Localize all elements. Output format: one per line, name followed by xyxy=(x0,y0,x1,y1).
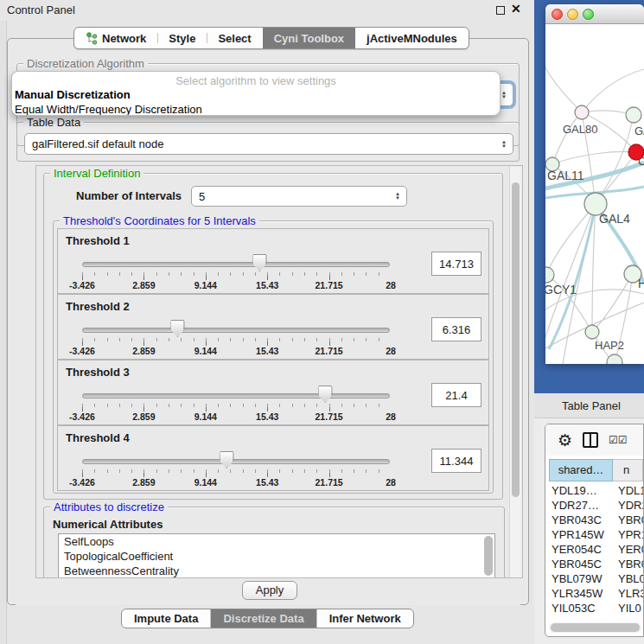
thresholds-group-title: Threshold's Coordinates for 5 Intervals xyxy=(60,214,259,227)
apply-button[interactable]: Apply xyxy=(242,581,297,600)
table-row[interactable]: YPR145WYPR1 xyxy=(549,527,643,542)
table-row[interactable]: YDR27…YDR2 xyxy=(549,498,643,513)
tab-label: Network xyxy=(102,32,146,45)
stepper-arrows-icon: ▲▼ xyxy=(501,91,507,99)
cell[interactable]: YBR0 xyxy=(613,557,643,571)
table-scrollbar-thumb[interactable] xyxy=(551,623,640,632)
cell[interactable]: YDR27… xyxy=(549,498,613,513)
cell[interactable]: YBL0 xyxy=(613,571,643,586)
dropdown-option-manual[interactable]: Manual Discretization xyxy=(12,87,500,102)
table-row[interactable]: YBR045CYBR0 xyxy=(549,557,643,571)
list-item[interactable]: TopologicalCoefficient xyxy=(59,549,494,564)
cell[interactable]: YER0 xyxy=(613,542,643,557)
network-window-titlebar[interactable] xyxy=(545,4,644,24)
table-row[interactable]: YDL19…YDL1 xyxy=(549,483,643,498)
column-header-name[interactable]: n xyxy=(613,459,643,481)
scale-tick-label: 28 xyxy=(386,346,396,356)
numerical-attributes-list[interactable]: SelfLoops TopologicalCoefficient Between… xyxy=(58,533,495,578)
threshold-4-slider[interactable] xyxy=(82,457,390,466)
cell[interactable]: YER054C xyxy=(549,542,613,557)
column-header-shared-name[interactable]: shared… xyxy=(549,459,613,481)
gear-icon[interactable]: ⚙ xyxy=(558,432,572,449)
tab-label: Discretize Data xyxy=(223,612,303,625)
scale-tick-label: 15.43 xyxy=(256,477,278,488)
settings-scrollbar-thumb[interactable] xyxy=(512,182,520,497)
table-data-value: galFiltered.sif default node xyxy=(32,137,163,150)
node-label-gal11: GAL11 xyxy=(547,169,584,182)
cell[interactable]: YBL079W xyxy=(549,571,613,586)
table-row[interactable]: YER054CYER0 xyxy=(549,542,643,557)
threshold-1-slider[interactable] xyxy=(82,260,390,269)
slider-scale: -3.426 2.859 9.144 15.43 21.715 28 xyxy=(82,477,391,488)
scale-tick-label: 2.859 xyxy=(132,280,155,290)
table-row[interactable]: YBL079WYBL0 xyxy=(549,571,643,586)
threshold-panel-3: Threshold 3 -3.426 2.859 9.144 15.43 21.… xyxy=(57,360,489,425)
threshold-3-slider[interactable] xyxy=(82,392,390,400)
cell[interactable]: YLR345W xyxy=(549,586,613,601)
dropdown-option-equal-width[interactable]: Equal Width/Frequency Discretization xyxy=(12,102,500,116)
threshold-2-label: Threshold 2 xyxy=(66,300,130,313)
number-of-intervals-combobox[interactable]: 5 ▲▼ xyxy=(191,186,407,207)
table-horizontal-scrollbar[interactable] xyxy=(549,622,641,633)
cell[interactable]: YDL1 xyxy=(613,483,643,498)
list-item[interactable]: SelfLoops xyxy=(59,534,494,549)
close-traffic-light-icon[interactable] xyxy=(552,9,563,20)
cell[interactable]: YBR043C xyxy=(549,513,613,527)
slider-thumb[interactable] xyxy=(170,320,185,337)
table-data-combobox[interactable]: galFiltered.sif default node ▲▼ xyxy=(24,133,513,155)
panel-title: Control Panel xyxy=(7,3,75,16)
node-gal80[interactable] xyxy=(575,105,589,119)
cell[interactable]: YIL0 xyxy=(613,601,643,615)
network-canvas[interactable]: GAL80 GA C GAL11 GAL4 GCY1 H HAP2 xyxy=(545,24,644,364)
split-columns-icon[interactable] xyxy=(583,432,598,448)
scale-tick-label: 21.715 xyxy=(316,477,343,488)
list-item[interactable]: BetweennessCentrality xyxy=(59,564,494,578)
cell[interactable]: YLR3 xyxy=(613,586,643,601)
table-row[interactable]: YLR345WYLR3 xyxy=(549,586,643,601)
threshold-2-slider[interactable] xyxy=(82,326,390,335)
cell[interactable]: YBR0 xyxy=(613,513,643,527)
cell[interactable]: YDL19… xyxy=(549,483,613,498)
table-row[interactable]: YIL053CYIL0 xyxy=(549,601,643,615)
threshold-1-value[interactable]: 14.713 xyxy=(431,252,481,276)
tab-discretize-data[interactable]: Discretize Data xyxy=(210,609,316,628)
list-scrollbar[interactable] xyxy=(484,536,493,577)
tab-select[interactable]: Select xyxy=(207,28,262,48)
threshold-2-value[interactable]: 6.316 xyxy=(431,317,481,341)
cell[interactable]: YPR145W xyxy=(549,527,613,542)
cell[interactable]: YBR045C xyxy=(549,557,613,571)
slider-thumb[interactable] xyxy=(318,386,333,403)
table-header-row: shared… n xyxy=(549,459,643,481)
minimize-traffic-light-icon[interactable] xyxy=(567,9,578,20)
tab-jactivemnodules[interactable]: jActiveMNodules xyxy=(355,28,469,48)
threshold-panel-4: Threshold 4 -3.426 2.859 9.144 15.43 21.… xyxy=(57,425,489,491)
threshold-4-value[interactable]: 11.344 xyxy=(431,449,481,473)
select-columns-icon[interactable]: ☑☑ xyxy=(609,434,628,446)
scale-tick-label: -3.426 xyxy=(69,411,95,422)
float-window-icon[interactable] xyxy=(496,6,505,15)
slider-track xyxy=(82,393,390,399)
cell[interactable]: YIL053C xyxy=(549,601,613,615)
threshold-3-label: Threshold 3 xyxy=(66,366,130,379)
scale-tick-label: 15.43 xyxy=(256,411,278,422)
close-icon[interactable]: ✕ xyxy=(511,2,521,16)
cell[interactable]: YDR2 xyxy=(613,498,643,513)
tab-network[interactable]: Network xyxy=(74,28,157,48)
zoom-traffic-light-icon[interactable] xyxy=(583,9,594,20)
tab-cyni-toolbox[interactable]: Cyni Toolbox xyxy=(263,28,355,48)
list-scrollbar-thumb[interactable] xyxy=(484,536,493,576)
tab-impute-data[interactable]: Impute Data xyxy=(122,609,210,628)
tab-infer-network[interactable]: Infer Network xyxy=(316,609,413,628)
slider-thumb[interactable] xyxy=(220,451,234,469)
table-row[interactable]: YBR043CYBR0 xyxy=(549,513,643,527)
node-bottom-partial[interactable] xyxy=(607,354,622,364)
settings-scrollbar[interactable] xyxy=(509,167,521,578)
node-hap2[interactable] xyxy=(585,325,599,339)
table-body[interactable]: YDL19…YDL1 YDR27…YDR2 YBR043CYBR0 YPR145… xyxy=(549,483,643,617)
slider-thumb[interactable] xyxy=(252,254,267,271)
node-top-right[interactable] xyxy=(626,107,641,123)
threshold-3-value[interactable]: 21.4 xyxy=(431,383,481,407)
tab-style[interactable]: Style xyxy=(157,28,207,48)
threshold-panel-1: Threshold 1 -3.426 2.859 9.144 15.43 21.… xyxy=(57,228,489,294)
cell[interactable]: YPR1 xyxy=(613,527,643,542)
